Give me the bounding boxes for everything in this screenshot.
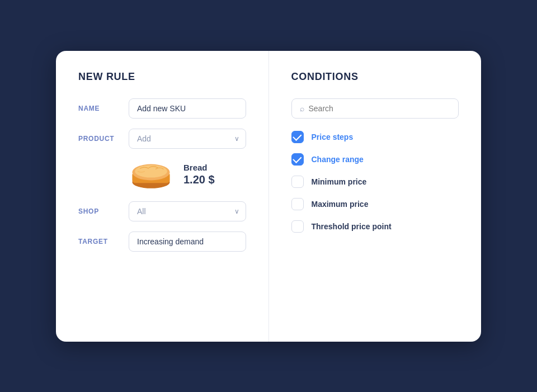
condition-label-price-steps: Price steps xyxy=(312,133,354,141)
new-rule-panel: NEW RULE NAME PRODUCT Add ∨ xyxy=(56,51,269,342)
main-card: NEW RULE NAME PRODUCT Add ∨ xyxy=(56,51,481,342)
condition-maximum-price: Maximum price xyxy=(291,198,459,210)
conditions-title: CONDITIONS xyxy=(291,71,459,83)
checkbox-price-steps[interactable] xyxy=(291,131,304,143)
name-input[interactable] xyxy=(129,98,246,119)
checkbox-threshold-price-point[interactable] xyxy=(291,220,304,233)
product-field-row: PRODUCT Add ∨ xyxy=(78,129,246,149)
product-display-row: Bread 1.20 $ xyxy=(129,159,246,190)
target-label: TARGET xyxy=(78,238,129,245)
checkbox-change-range[interactable] xyxy=(291,153,304,166)
condition-label-threshold-price-point: Threshold price point xyxy=(312,222,392,231)
product-price: 1.20 $ xyxy=(183,173,215,186)
shop-select[interactable]: All xyxy=(129,201,246,221)
target-field-row: TARGET xyxy=(78,232,246,252)
product-name: Bread xyxy=(183,163,215,172)
condition-label-minimum-price: Minimum price xyxy=(312,177,367,186)
condition-label-change-range: Change range xyxy=(312,155,364,164)
search-icon: ⌕ xyxy=(300,104,304,113)
name-label: NAME xyxy=(78,105,129,112)
product-label: PRODUCT xyxy=(78,135,129,143)
conditions-list: Price steps Change range Minimum price M… xyxy=(291,131,459,233)
shop-select-wrapper: All ∨ xyxy=(129,201,246,221)
product-select-wrapper: Add ∨ xyxy=(129,129,246,149)
target-input[interactable] xyxy=(129,232,246,252)
shop-label: SHOP xyxy=(78,207,129,215)
checkbox-maximum-price[interactable] xyxy=(291,198,304,210)
condition-threshold-price-point: Threshold price point xyxy=(291,220,459,233)
product-select[interactable]: Add xyxy=(129,129,246,149)
search-input[interactable] xyxy=(309,104,451,113)
product-info: Bread 1.20 $ xyxy=(183,163,215,186)
condition-minimum-price: Minimum price xyxy=(291,176,459,188)
search-box: ⌕ xyxy=(291,98,459,119)
shop-field-row: SHOP All ∨ xyxy=(78,201,246,221)
checkbox-minimum-price[interactable] xyxy=(291,176,304,188)
conditions-panel: CONDITIONS ⌕ Price steps Change range Mi… xyxy=(269,51,482,342)
name-field-row: NAME xyxy=(78,98,246,119)
new-rule-title: NEW RULE xyxy=(78,71,246,83)
bread-image xyxy=(129,159,173,190)
condition-change-range: Change range xyxy=(291,153,459,166)
condition-label-maximum-price: Maximum price xyxy=(312,200,369,209)
condition-price-steps: Price steps xyxy=(291,131,459,143)
